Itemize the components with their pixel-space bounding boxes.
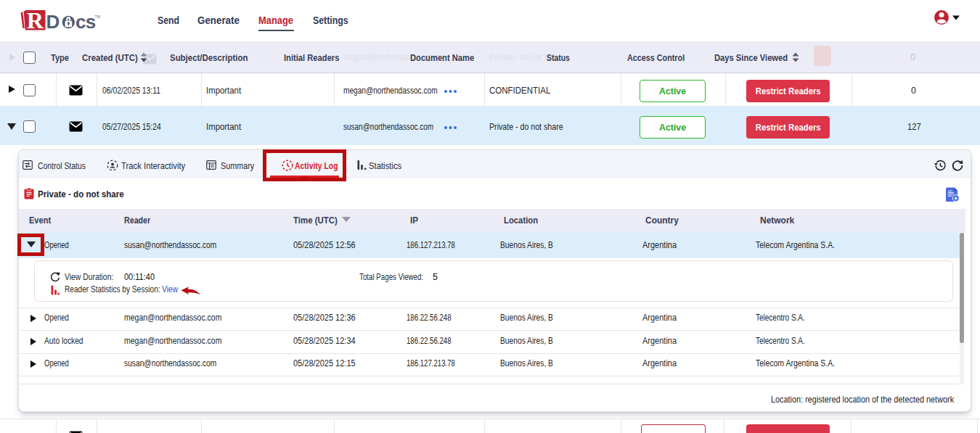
svg-text:R: R bbox=[27, 7, 44, 33]
svg-text:TM: TM bbox=[95, 15, 101, 19]
svg-text:D: D bbox=[46, 11, 60, 33]
svg-text:cs: cs bbox=[75, 11, 96, 33]
